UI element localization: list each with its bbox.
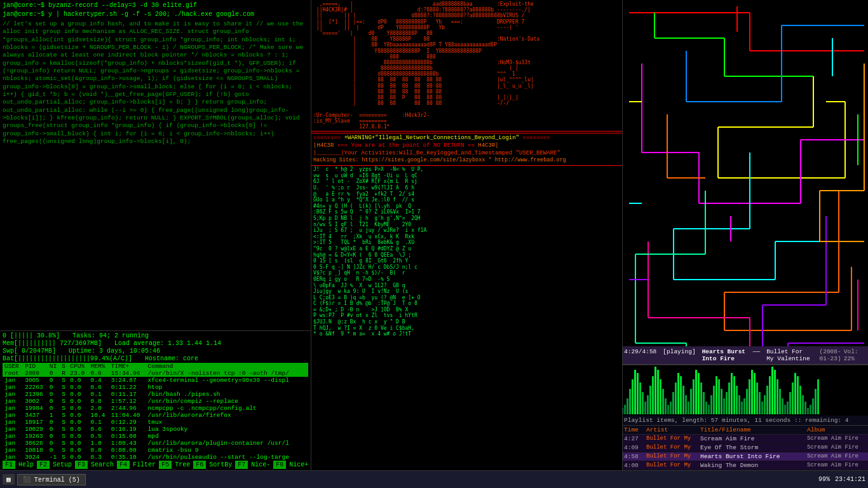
htop-menu-item[interactable]: Nice-: [248, 461, 273, 469]
terminal-icon: ⬛: [23, 477, 31, 484]
htop-key[interactable]: F3: [75, 461, 88, 469]
visualizer-bar: [776, 379, 778, 414]
visualizer-bar: [774, 370, 776, 414]
visualizer-bar: [657, 370, 659, 414]
playlist-item[interactable]: 4:27Bullet For MyScream Aim FireScream A…: [623, 435, 868, 444]
visualizer-bar: [743, 398, 745, 414]
htop-menu-item[interactable]: Nice+: [287, 461, 311, 469]
visualizer-bar: [632, 379, 634, 414]
sysmon-header: 0 [||||| 30.8%] Tasks: 94; 2 running: [3, 332, 308, 339]
visualizer-bar: [649, 386, 651, 414]
visualizer-bar: [667, 405, 669, 414]
matrix-chars: J! c * h@ 2 yzps P>X -N< % U P, vw s u u…: [313, 166, 620, 337]
process-row: jan189170S0.00.10:12.29tmux: [3, 419, 308, 426]
sysmon-header2: Mem[|||||||||| 727/3697MB] Load average:…: [3, 340, 308, 347]
current-artist: Bullet For My Valentine: [766, 348, 813, 362]
col-time: Time: [624, 426, 646, 433]
process-row: jan30020S0.00.81:57.12/usr/bin/compiz --…: [3, 398, 308, 405]
visualizer-bar: [731, 373, 733, 414]
process-row: jan222630S0.00.60:11.22htop: [3, 384, 308, 391]
visualizer-bar: [698, 373, 700, 414]
visualizer-bar: [715, 376, 717, 414]
visualizer-bar: [779, 389, 781, 414]
htop-key[interactable]: F6: [193, 461, 206, 469]
process-row: root28890R23.00.615:34.96/usr/bin/X -nol…: [3, 370, 308, 377]
start-button[interactable]: ▦: [3, 474, 15, 485]
visualizer-bar: [680, 376, 682, 414]
visualizer-bar: [784, 405, 786, 414]
htop-key[interactable]: F8: [273, 461, 286, 469]
right-panel: 4:29/4:58 [playing] Hearts Burst Into Fi…: [623, 0, 868, 470]
terminal-taskbar-item[interactable]: ⬛ Terminal (5): [17, 474, 86, 485]
track-time: 4:29/4:58: [624, 348, 656, 362]
tasks-info: Tasks: 94; 2 running: [72, 332, 149, 339]
visualizer-bar: [746, 389, 748, 414]
col-album: Album: [807, 426, 864, 433]
visualizer-bar: [685, 395, 687, 414]
audio-visualizer: [623, 365, 868, 416]
taskbar-clock: 99% 23:41:21: [818, 476, 865, 483]
htop-footer[interactable]: F1HelpF2SetupF3SearchF4FilterF5TreeF6Sor…: [3, 461, 308, 469]
left-terminal-panel: jan@core:~$ byzanz-record --delay=3 -d 3…: [0, 0, 311, 470]
htop-menu-item[interactable]: Tree: [172, 461, 193, 469]
start-icon: ▦: [6, 475, 11, 484]
playlist-items: 4:27Bullet For MyScream Aim FireScream A…: [623, 435, 868, 470]
track-info: 4:29/4:58 [playing] Hearts Burst Into Fi…: [624, 348, 844, 362]
col-title: Title/Filename: [700, 426, 807, 433]
htop-menu-item[interactable]: SortBy: [207, 461, 234, 469]
track-title: Hearts Burst Into Fire: [702, 348, 747, 362]
process-row: jan34371S0.010.411:04.40/usr/lib/aurora/…: [3, 412, 308, 419]
playlist-item[interactable]: 4:58Bullet For MyHearts Burst Into FireS…: [623, 452, 868, 461]
htop-key[interactable]: F5: [159, 461, 172, 469]
visualizer-bar: [810, 405, 811, 414]
visualizer-bar: [690, 389, 692, 414]
visualizer-bar: [764, 395, 766, 414]
col-artist: Artist: [646, 426, 700, 433]
play-status: [playing]: [663, 348, 695, 362]
htop-key[interactable]: F2: [37, 461, 50, 469]
hacker-ascii-art: ,=====, | aad8888888baa :Exploit-the ||H…: [313, 1, 620, 130]
htop-menu-item[interactable]: Setup: [50, 461, 74, 469]
command-line-2: jan@core:~$ y | hackertyper.sh -g -f -s …: [3, 10, 308, 19]
visualizer-bar: [733, 376, 735, 414]
visualizer-bar: [710, 395, 712, 414]
volume-display: Vol: 22%: [844, 348, 864, 362]
clock-time: 23:41:21: [835, 476, 865, 483]
playlist-info: Playlist items, length: 57 minutes, 11 s…: [624, 417, 848, 424]
visualizer-bar: [665, 398, 667, 414]
mem-bar: Mem[|||||||||| 727/3697MB]: [3, 340, 102, 347]
playlist-item[interactable]: 4:00Bullet For MyWaking The DemonScream …: [623, 461, 868, 470]
visualizer-bar: [756, 383, 758, 414]
visualizer-bar: [637, 373, 639, 414]
process-row: jan386260S0.01.01:00.43/usr/lib/aurora/p…: [3, 440, 308, 447]
visualizer-bar: [802, 395, 804, 414]
battery-status: 99%: [818, 476, 830, 483]
playlist-item[interactable]: 4:09Bullet For MyEye Of The StormScream …: [623, 444, 868, 452]
htop-key[interactable]: F1: [3, 461, 15, 469]
process-row: jan108180S0.00.00:08.00cmatrix -bsu 9: [3, 447, 308, 454]
matrix-rain: J! c * h@ 2 yzps P>X -N< % U P, vw s u u…: [311, 166, 622, 338]
visualizer-bar: [688, 402, 689, 414]
visualizer-bar: [751, 370, 753, 414]
process-row: jan192630S0.00.50:15.08mpd: [3, 433, 308, 440]
hacker-warning: ======== +WARNING+"Illegal_Network_Conne…: [311, 133, 622, 166]
bat-bar: Bat[|||||||||||||||||||99.4%(A/C)]: [3, 355, 132, 362]
htop-menu-item[interactable]: Filter: [130, 461, 158, 469]
visualizer-bar: [807, 408, 809, 414]
visualizer-bar: [797, 376, 799, 414]
load-avg: Load average: 1.33 1.44 1.14: [114, 340, 221, 347]
visualizer-bar: [812, 398, 814, 414]
htop-key[interactable]: F7: [235, 461, 248, 469]
htop-menu-item[interactable]: Search: [88, 461, 116, 469]
visualizer-bar: [642, 392, 644, 414]
htop-key[interactable]: F4: [117, 461, 130, 469]
htop-menu-item[interactable]: Help: [16, 461, 36, 469]
visualizer-bar: [736, 386, 738, 414]
visualizer-bar: [713, 386, 715, 414]
visualizer-bar: [627, 398, 628, 414]
visualizer-bar: [769, 376, 771, 414]
visualizer-bar: [652, 376, 654, 414]
system-monitor: 0 [||||| 30.8%] Tasks: 94; 2 running Mem…: [0, 330, 311, 470]
visualizer-bar: [670, 402, 672, 414]
keylog-line: |_______|Your Activities:Will_Be_Keylogg…: [313, 150, 620, 158]
